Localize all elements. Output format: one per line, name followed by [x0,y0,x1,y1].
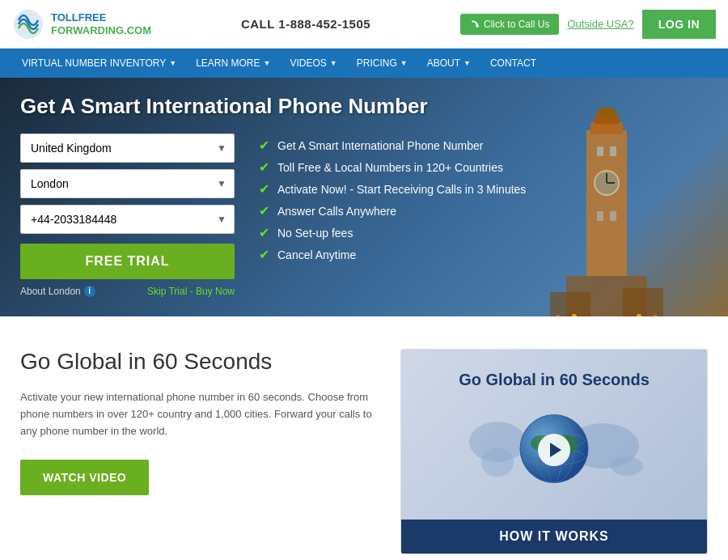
hero-features: ✔ Get A Smart International Phone Number… [259,134,708,297]
globe-map [433,401,675,498]
logo-line2: FORWARDING.COM [51,24,151,37]
header-actions: Click to Call Us Outside USA? LOG IN [460,10,716,39]
section-title: Go Global in 60 Seconds [20,349,376,375]
play-button[interactable] [538,434,570,466]
logo-line1: TOLLFREE [51,11,151,24]
about-london-link[interactable]: About London i [20,286,95,297]
nav-virtual-number[interactable]: VIRTUAL NUMBER INVENTORY ▼ [12,49,186,78]
free-trial-button[interactable]: FREE TRIAL [20,244,235,279]
right-section: Go Global in 60 Seconds [400,349,708,554]
skip-trial-link[interactable]: Skip Trial - Buy Now [147,286,235,297]
call-number: CALL 1-888-452-1505 [241,17,370,31]
header: TOLLFREE FORWARDING.COM CALL 1-888-452-1… [0,0,728,49]
feature-item-6: ✔ Cancel Anytime [259,247,708,262]
nav-contact[interactable]: CONTACT [480,49,546,78]
hero-body: United Kingdom United States Canada Aust… [20,134,708,297]
nav-arrow-icon: ▼ [330,59,337,67]
feature-item-3: ✔ Activate Now! - Start Receiving Calls … [259,181,708,197]
number-select[interactable]: +44-2033184448 +44-2033184449 [20,205,235,234]
nav-arrow-icon: ▼ [169,59,176,67]
number-select-wrapper: +44-2033184448 +44-2033184449 ▼ [20,205,235,234]
video-title: Go Global in 60 Seconds [442,371,666,389]
nav-learn-more[interactable]: LEARN MORE ▼ [186,49,280,78]
checkmark-icon: ✔ [259,203,269,218]
login-button[interactable]: LOG IN [642,10,716,39]
svg-point-24 [611,456,643,476]
checkmark-icon: ✔ [259,181,269,197]
feature-item-5: ✔ No Set-up fees [259,225,708,240]
svg-point-25 [481,448,514,477]
nav-arrow-icon: ▼ [264,59,271,67]
checkmark-icon: ✔ [259,247,269,262]
click-to-call-button[interactable]: Click to Call Us [460,14,559,35]
checkmark-icon: ✔ [259,159,269,175]
nav-arrow-icon: ▼ [400,59,408,67]
feature-item-1: ✔ Get A Smart International Phone Number [259,138,708,153]
checkmark-icon: ✔ [259,138,269,153]
country-select[interactable]: United Kingdom United States Canada Aust… [20,134,235,163]
left-section: Go Global in 60 Seconds Activate your ne… [20,349,376,554]
call-info: CALL 1-888-452-1505 [151,17,460,31]
hero-form: United Kingdom United States Canada Aust… [20,134,235,297]
nav-about[interactable]: ABOUT ▼ [417,49,480,78]
video-card: Go Global in 60 Seconds [400,349,708,554]
logo-icon [12,8,44,40]
city-select[interactable]: London Manchester Birmingham [20,169,235,198]
nav-arrow-icon: ▼ [463,59,471,67]
hero-links: About London i Skip Trial - Buy Now [20,286,235,297]
hero-section: Get A Smart International Phone Number U… [0,78,728,316]
info-icon: i [84,286,95,297]
nav-videos[interactable]: VIDEOS ▼ [280,49,346,78]
video-footer: HOW IT WORKS [401,520,707,554]
nav-pricing[interactable]: PRICING ▼ [347,49,417,78]
hero-content: Get A Smart International Phone Number U… [0,78,728,313]
country-select-wrapper: United Kingdom United States Canada Aust… [20,134,235,163]
feature-item-2: ✔ Toll Free & Local Numbers in 120+ Coun… [259,159,708,175]
outside-usa-link[interactable]: Outside USA? [567,18,633,30]
hero-title: Get A Smart International Phone Number [20,94,708,119]
logo[interactable]: TOLLFREE FORWARDING.COM [12,8,151,40]
play-icon [550,443,561,457]
watch-video-button[interactable]: WATCH VIDEO [20,460,149,495]
video-preview: Go Global in 60 Seconds [401,350,707,520]
section-description: Activate your new international phone nu… [20,389,376,439]
phone-icon [470,19,480,29]
feature-item-4: ✔ Answer Calls Anywhere [259,203,708,218]
navigation: VIRTUAL NUMBER INVENTORY ▼ LEARN MORE ▼ … [0,49,728,78]
main-content: Go Global in 60 Seconds Activate your ne… [0,316,728,560]
city-select-wrapper: London Manchester Birmingham ▼ [20,169,235,198]
checkmark-icon: ✔ [259,225,269,240]
